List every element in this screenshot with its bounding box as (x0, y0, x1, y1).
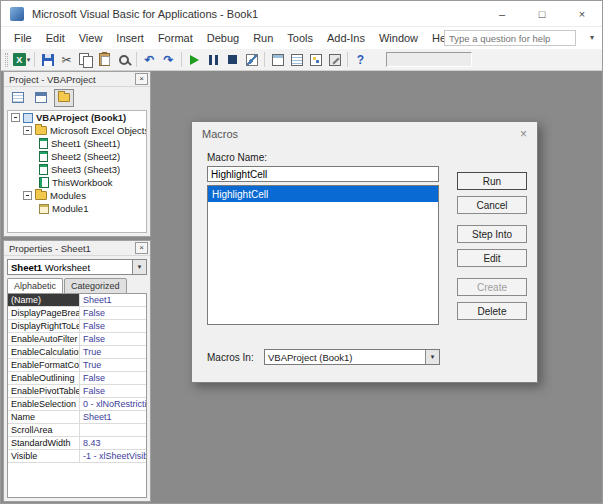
run-button[interactable]: Run (457, 172, 527, 190)
property-row: EnableCalculationTrue (8, 346, 146, 359)
view-code-button[interactable] (8, 89, 28, 107)
collapse-icon[interactable] (23, 191, 32, 200)
toolbar-separator (181, 52, 182, 67)
paste-icon (99, 53, 110, 66)
copy-button[interactable] (76, 50, 95, 69)
macros-in-label: Macros In: (207, 352, 254, 363)
property-row: (Name)Sheet1 (8, 294, 146, 307)
menu-edit[interactable]: Edit (39, 29, 72, 47)
standard-toolbar: X▾ ✂ ↶ ↷ ? (1, 49, 602, 71)
break-button[interactable] (204, 50, 223, 69)
worksheet-icon (39, 138, 48, 149)
menu-run[interactable]: Run (246, 29, 280, 47)
cancel-button[interactable]: Cancel (457, 196, 527, 214)
project-icon (23, 113, 33, 123)
help-dropdown-arrow[interactable]: ▾ (590, 33, 594, 42)
tree-item-sheet1[interactable]: Sheet1 (Sheet1) (8, 137, 146, 150)
delete-button[interactable]: Delete (457, 302, 527, 320)
folder-icon (35, 126, 47, 135)
toolbar-grip (5, 53, 8, 67)
view-excel-button[interactable]: X▾ (12, 50, 31, 69)
toolbox-icon (329, 54, 341, 66)
cut-icon: ✂ (61, 54, 71, 66)
property-row: EnablePivotTableFalse (8, 385, 146, 398)
object-browser-icon (310, 54, 322, 66)
step-into-button[interactable]: Step Into (457, 225, 527, 243)
undo-icon: ↶ (144, 54, 154, 66)
menu-debug[interactable]: Debug (200, 29, 246, 47)
menu-format[interactable]: Format (151, 29, 200, 47)
cut-button[interactable]: ✂ (57, 50, 76, 69)
minimize-button[interactable]: – (482, 1, 522, 26)
design-mode-button[interactable] (242, 50, 261, 69)
menu-window[interactable]: Window (372, 29, 425, 47)
reset-button[interactable] (223, 50, 242, 69)
worksheet-icon (39, 164, 48, 175)
view-object-button[interactable] (31, 89, 51, 107)
project-explorer-button[interactable] (268, 50, 287, 69)
macros-dialog-titlebar[interactable]: Macros × (192, 122, 537, 146)
find-icon (119, 55, 129, 65)
excel-icon: X (13, 53, 26, 66)
tree-item-sheet3[interactable]: Sheet3 (Sheet3) (8, 163, 146, 176)
project-explorer-icon (272, 54, 284, 66)
tree-item-excel-objects[interactable]: Microsoft Excel Objects (8, 124, 146, 137)
project-panel-close-button[interactable]: × (135, 73, 148, 85)
properties-panel-header: Properties - Sheet1 × (4, 241, 150, 256)
help-button[interactable]: ? (351, 50, 370, 69)
menu-insert[interactable]: Insert (109, 29, 151, 47)
macros-in-combo[interactable]: VBAProject (Book1) ▾ (264, 349, 440, 365)
combo-dropdown-arrow[interactable]: ▾ (425, 350, 439, 364)
collapse-icon[interactable] (23, 126, 32, 135)
undo-button[interactable]: ↶ (140, 50, 159, 69)
property-row: EnableSelection0 - xlNoRestricti (8, 398, 146, 411)
copy-icon (79, 53, 92, 66)
toggle-folders-button[interactable] (54, 89, 74, 107)
menu-file[interactable]: File (7, 29, 39, 47)
find-button[interactable] (114, 50, 133, 69)
menu-view[interactable]: View (72, 29, 110, 47)
redo-button[interactable]: ↷ (159, 50, 178, 69)
combo-dropdown-arrow[interactable]: ▾ (132, 260, 146, 274)
tree-item-modules[interactable]: Modules (8, 189, 146, 202)
help-search-input[interactable] (444, 30, 576, 46)
menu-tools[interactable]: Tools (280, 29, 320, 47)
toolbar-separator (34, 52, 35, 67)
properties-panel: Properties - Sheet1 × Sheet1 Worksheet ▾… (3, 240, 151, 502)
collapse-icon[interactable] (11, 113, 20, 122)
tree-item-thisworkbook[interactable]: ThisWorkbook (8, 176, 146, 189)
properties-panel-close-button[interactable]: × (135, 242, 148, 254)
create-button: Create (457, 278, 527, 296)
toolbox-button[interactable] (325, 50, 344, 69)
close-button[interactable]: × (562, 1, 602, 26)
pause-icon (209, 55, 218, 65)
property-row: DisplayPageBreakFalse (8, 307, 146, 320)
macros-dialog-title: Macros (202, 128, 238, 140)
properties-panel-title: Properties - Sheet1 (9, 243, 91, 254)
tree-item-module1[interactable]: Module1 (8, 202, 146, 215)
toolbar-separator (136, 52, 137, 67)
properties-window-button[interactable] (287, 50, 306, 69)
worksheet-icon (39, 151, 48, 162)
run-macro-button[interactable] (185, 50, 204, 69)
toolbar-indicator-field (386, 52, 472, 67)
maximize-button[interactable]: □ (522, 1, 562, 26)
macro-list[interactable]: HighlightCell (207, 185, 439, 325)
object-selector-combo[interactable]: Sheet1 Worksheet ▾ (7, 259, 147, 275)
paste-button[interactable] (95, 50, 114, 69)
tree-item-sheet2[interactable]: Sheet2 (Sheet2) (8, 150, 146, 163)
vba-window: Microsoft Visual Basic for Applications … (0, 0, 603, 504)
save-icon (42, 54, 54, 66)
property-row: StandardWidth8.43 (8, 437, 146, 450)
project-panel-toolbar (4, 87, 150, 108)
macro-name-input[interactable] (207, 166, 439, 182)
edit-button[interactable]: Edit (457, 249, 527, 267)
macro-list-item[interactable]: HighlightCell (208, 186, 438, 202)
macros-dialog-close-button[interactable]: × (520, 127, 527, 141)
run-icon (190, 55, 199, 65)
tree-item-vbaproject[interactable]: VBAProject (Book1) (8, 111, 146, 124)
object-browser-button[interactable] (306, 50, 325, 69)
save-button[interactable] (38, 50, 57, 69)
menu-addins[interactable]: Add-Ins (320, 29, 372, 47)
vba-app-icon (10, 7, 24, 21)
